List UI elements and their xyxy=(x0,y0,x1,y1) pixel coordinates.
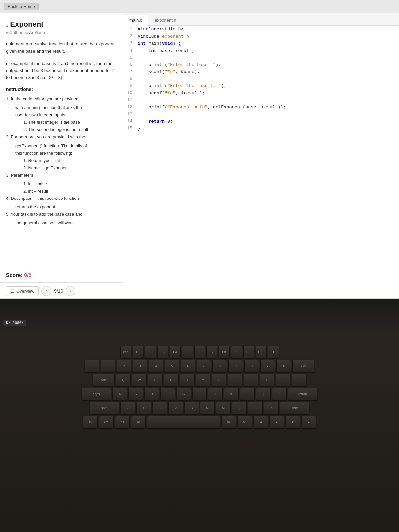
key-b[interactable]: B xyxy=(184,402,199,414)
key-v[interactable]: V xyxy=(168,402,183,414)
key-semicolon[interactable]: ; xyxy=(256,388,271,400)
key-i[interactable]: I xyxy=(228,374,242,386)
key-f5[interactable]: F5 xyxy=(182,346,193,358)
key-caps[interactable]: caps xyxy=(82,388,111,400)
line-code[interactable] xyxy=(135,54,399,61)
key-e[interactable]: E xyxy=(148,374,163,386)
key-1[interactable]: 1 xyxy=(101,360,115,372)
key-0[interactable]: 0 xyxy=(244,360,259,372)
line-code[interactable]: printf("Enter the result: "); xyxy=(135,82,399,90)
key-enter[interactable]: return xyxy=(288,388,317,400)
key-quote[interactable]: ' xyxy=(272,388,287,400)
key-9[interactable]: 9 xyxy=(228,360,243,372)
key-x[interactable]: X xyxy=(136,402,151,414)
back-button[interactable]: Back to Home xyxy=(4,3,39,10)
key-f11[interactable]: F11 xyxy=(256,346,267,358)
key-right[interactable]: ► xyxy=(301,416,316,428)
key-l[interactable]: L xyxy=(240,388,255,400)
line-code[interactable]: int main(void) { xyxy=(135,40,399,47)
key-cmd-r[interactable]: ⌘ xyxy=(221,416,236,428)
key-fn[interactable]: fn xyxy=(83,416,98,428)
line-code[interactable]: printf("Enter the base: "); xyxy=(135,61,399,68)
line-code[interactable]: printf("Exponent = %d", getExponent(base… xyxy=(135,104,399,111)
key-5[interactable]: 5 xyxy=(165,360,179,372)
key-lbracket[interactable]: [ xyxy=(276,374,290,386)
key-t[interactable]: T xyxy=(180,374,195,386)
code-area[interactable]: 1 #include<stdio.h> 2 #include"exponent.… xyxy=(123,26,399,299)
key-p[interactable]: P xyxy=(260,374,274,386)
key-backspace[interactable]: ⌫ xyxy=(292,360,314,372)
key-g[interactable]: G xyxy=(176,388,191,400)
key-j[interactable]: J xyxy=(208,388,223,400)
left-panel-scroll[interactable]: . Exponent y Catherine Arellano nplement… xyxy=(0,13,123,268)
tab-exponent-h[interactable]: exponent.h xyxy=(148,15,182,25)
key-alt-l[interactable]: alt xyxy=(115,416,130,428)
score-value: 0/5 xyxy=(24,272,31,278)
key-rshift[interactable]: shift xyxy=(280,402,309,414)
prev-button[interactable]: ‹ xyxy=(41,286,51,296)
key-slash[interactable]: / xyxy=(264,402,279,414)
key-f9[interactable]: F9 xyxy=(231,346,242,358)
key-equals[interactable]: = xyxy=(276,360,291,372)
key-q[interactable]: Q xyxy=(116,374,131,386)
key-4[interactable]: 4 xyxy=(149,360,163,372)
line-code[interactable]: } xyxy=(135,125,399,132)
key-z[interactable]: Z xyxy=(120,402,135,414)
key-down[interactable]: ▼ xyxy=(285,416,300,428)
key-up[interactable]: ▲ xyxy=(269,416,284,428)
key-lshift[interactable]: shift xyxy=(90,402,119,414)
key-k[interactable]: K xyxy=(224,388,239,400)
overview-button[interactable]: ☰ Overview xyxy=(6,286,39,296)
key-minus[interactable]: - xyxy=(260,360,275,372)
line-code[interactable] xyxy=(135,111,399,118)
key-7[interactable]: 7 xyxy=(197,360,211,372)
key-f3[interactable]: F3 xyxy=(157,346,168,358)
line-code[interactable] xyxy=(135,75,399,82)
key-f1[interactable]: F1 xyxy=(133,346,144,358)
key-f2[interactable]: F2 xyxy=(145,346,156,358)
key-a[interactable]: A xyxy=(112,388,127,400)
key-r[interactable]: R xyxy=(164,374,179,386)
key-c[interactable]: C xyxy=(152,402,167,414)
key-f12[interactable]: F12 xyxy=(268,346,279,358)
key-h[interactable]: H xyxy=(192,388,207,400)
key-w[interactable]: W xyxy=(132,374,147,386)
key-n[interactable]: N xyxy=(200,402,215,414)
key-f8[interactable]: F8 xyxy=(219,346,230,358)
line-code[interactable]: #include<stdio.h> xyxy=(135,26,399,33)
key-period[interactable]: . xyxy=(248,402,263,414)
key-u[interactable]: U xyxy=(212,374,226,386)
key-alt-r[interactable]: alt xyxy=(237,416,252,428)
line-code[interactable]: scanf("%d", &base); xyxy=(135,68,399,76)
line-code[interactable]: #include"exponent.h" xyxy=(135,33,399,40)
key-f4[interactable]: F4 xyxy=(170,346,181,358)
line-code[interactable] xyxy=(135,97,399,104)
key-f10[interactable]: F10 xyxy=(243,346,254,358)
key-f6[interactable]: F6 xyxy=(194,346,205,358)
key-3[interactable]: 3 xyxy=(133,360,147,372)
tab-main-c[interactable]: main.c xyxy=(123,15,148,26)
key-s[interactable]: S xyxy=(128,388,143,400)
key-m[interactable]: M xyxy=(216,402,231,414)
key-comma[interactable]: , xyxy=(232,402,247,414)
key-space[interactable] xyxy=(147,416,220,428)
line-code[interactable]: scanf("%d", &result); xyxy=(135,90,399,97)
key-tab[interactable]: tab xyxy=(93,374,115,386)
key-y[interactable]: Y xyxy=(196,374,210,386)
key-f7[interactable]: F7 xyxy=(206,346,217,358)
line-code[interactable]: int base, result; xyxy=(135,47,399,55)
key-left[interactable]: ◄ xyxy=(253,416,268,428)
key-f[interactable]: F xyxy=(160,388,175,400)
key-cmd[interactable]: ⌘ xyxy=(131,416,146,428)
key-d[interactable]: D xyxy=(144,388,159,400)
key-backtick[interactable]: ` xyxy=(85,360,99,372)
key-8[interactable]: 8 xyxy=(212,360,227,372)
key-rbracket[interactable]: ] xyxy=(292,374,306,386)
key-ctrl[interactable]: ctrl xyxy=(99,416,114,428)
line-code[interactable]: return 0; xyxy=(135,118,399,125)
next-button[interactable]: › xyxy=(66,286,75,296)
key-2[interactable]: 2 xyxy=(117,360,131,372)
key-esc[interactable]: esc xyxy=(120,346,131,358)
key-o[interactable]: O xyxy=(244,374,258,386)
key-6[interactable]: 6 xyxy=(181,360,195,372)
